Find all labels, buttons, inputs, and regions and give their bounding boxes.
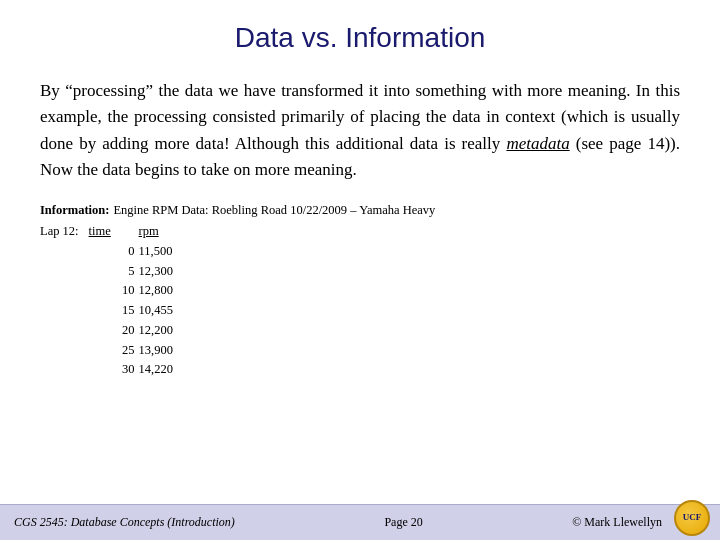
table-row-spacer bbox=[167, 360, 222, 379]
col-header-rpm: rpm bbox=[137, 222, 167, 241]
paragraph-this: this bbox=[655, 81, 680, 100]
table-row-rpm: 10,455 bbox=[137, 301, 167, 320]
main-paragraph: By “processing” the data we have transfo… bbox=[40, 78, 680, 183]
logo-circle: UCF bbox=[674, 500, 710, 536]
table-row-time: 0 bbox=[87, 242, 137, 261]
table-row-spacer bbox=[167, 262, 222, 281]
table-row-time: 30 bbox=[87, 360, 137, 379]
table-row-rpm: 12,200 bbox=[137, 321, 167, 340]
info-header: Information: Engine RPM Data: Roebling R… bbox=[40, 201, 680, 220]
info-block: Information: Engine RPM Data: Roebling R… bbox=[40, 201, 680, 379]
info-label: Information: bbox=[40, 201, 109, 220]
table-row-spacer bbox=[167, 341, 222, 360]
col-spacer bbox=[167, 222, 222, 241]
info-header-text: Engine RPM Data: Roebling Road 10/22/200… bbox=[113, 201, 435, 220]
table-row-spacer bbox=[167, 321, 222, 340]
slide: Data vs. Information By “processing” the… bbox=[0, 0, 720, 540]
logo-inner: UCF bbox=[683, 513, 702, 523]
table-row-time: 20 bbox=[87, 321, 137, 340]
col-header-time: time bbox=[87, 222, 137, 241]
slide-content: By “processing” the data we have transfo… bbox=[0, 68, 720, 504]
footer-right: © Mark Llewellyn bbox=[572, 515, 662, 530]
table-row-spacer bbox=[167, 301, 222, 320]
table-row-rpm: 14,220 bbox=[137, 360, 167, 379]
table-row-rpm: 11,500 bbox=[137, 242, 167, 261]
table-row-rpm: 12,300 bbox=[137, 262, 167, 281]
footer-center: Page 20 bbox=[384, 515, 422, 530]
table-row-time: 10 bbox=[87, 281, 137, 300]
slide-title: Data vs. Information bbox=[0, 0, 720, 68]
table-row-time: 15 bbox=[87, 301, 137, 320]
lap-label: Lap 12: bbox=[40, 222, 79, 241]
slide-footer: CGS 2545: Database Concepts (Introductio… bbox=[0, 504, 720, 540]
table-row-time: 5 bbox=[87, 262, 137, 281]
paragraph-metadata: metadata bbox=[506, 134, 569, 153]
footer-logo: UCF bbox=[674, 500, 712, 538]
table-row-rpm: 12,800 bbox=[137, 281, 167, 300]
footer-left: CGS 2545: Database Concepts (Introductio… bbox=[14, 515, 235, 530]
table-row-spacer bbox=[167, 242, 222, 261]
info-table: time rpm 011,500512,3001012,8001510,4552… bbox=[87, 222, 222, 379]
table-row-time: 25 bbox=[87, 341, 137, 360]
table-row-spacer bbox=[167, 281, 222, 300]
table-row-rpm: 13,900 bbox=[137, 341, 167, 360]
paragraph-part1: By “processing” the data we have transfo… bbox=[40, 81, 655, 100]
